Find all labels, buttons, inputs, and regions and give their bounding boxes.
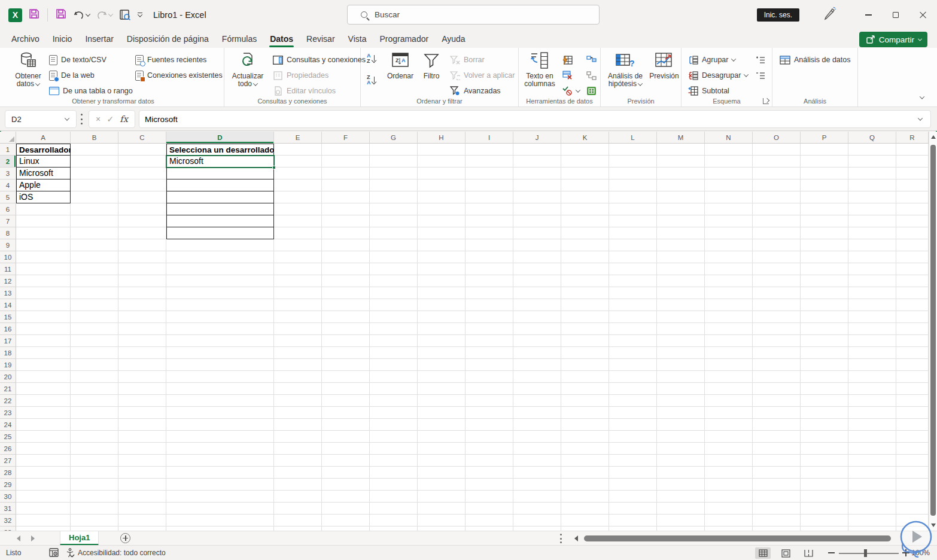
cell-I28[interactable] — [466, 467, 513, 479]
cell-J27[interactable] — [513, 455, 561, 467]
cell-J17[interactable] — [513, 335, 561, 347]
sheet-tab-hoja1[interactable]: Hoja1 — [60, 531, 99, 546]
cell-P6[interactable] — [801, 203, 848, 215]
cell-D31[interactable] — [166, 503, 274, 515]
cell-A19[interactable] — [16, 359, 71, 371]
cell-N27[interactable] — [705, 455, 753, 467]
cell-R16[interactable] — [896, 323, 929, 335]
cell-H3[interactable] — [418, 168, 466, 179]
cell-C2[interactable] — [118, 156, 166, 168]
cell-M21[interactable] — [657, 383, 705, 395]
cell-O9[interactable] — [753, 239, 801, 251]
cell-C31[interactable] — [118, 503, 166, 515]
cell-A6[interactable] — [16, 203, 71, 215]
cell-P24[interactable] — [801, 419, 848, 431]
cell-G30[interactable] — [370, 491, 418, 503]
cell-F31[interactable] — [322, 503, 370, 515]
cell-E31[interactable] — [274, 503, 322, 515]
cell-I26[interactable] — [466, 443, 513, 455]
cell-G13[interactable] — [370, 287, 418, 299]
cell-E29[interactable] — [274, 479, 322, 491]
cell-N18[interactable] — [705, 347, 753, 359]
cell-P19[interactable] — [801, 359, 848, 371]
cell-K5[interactable] — [561, 191, 609, 203]
cell-F30[interactable] — [322, 491, 370, 503]
row-header-31[interactable]: 31 — [0, 503, 16, 515]
cell-K9[interactable] — [561, 239, 609, 251]
cell-F28[interactable] — [322, 467, 370, 479]
row-header-12[interactable]: 12 — [0, 275, 16, 287]
name-box-resizer[interactable] — [81, 114, 83, 124]
cell-R21[interactable] — [896, 383, 929, 395]
cell-A10[interactable] — [16, 251, 71, 263]
cell-E5[interactable] — [274, 191, 322, 203]
excel-logo-icon[interactable]: X — [8, 8, 22, 22]
cell-F2[interactable] — [322, 156, 370, 168]
cell-A22[interactable] — [16, 395, 71, 407]
cell-J3[interactable] — [513, 168, 561, 179]
cell-F29[interactable] — [322, 479, 370, 491]
cell-D2[interactable]: Microsoft — [166, 156, 274, 168]
cell-L33[interactable] — [609, 526, 657, 531]
cell-J16[interactable] — [513, 323, 561, 335]
cell-F14[interactable] — [322, 299, 370, 311]
column-header-N[interactable]: N — [705, 132, 753, 144]
cell-H4[interactable] — [418, 179, 466, 191]
row-header-30[interactable]: 30 — [0, 491, 16, 503]
cell-R31[interactable] — [896, 503, 929, 515]
row-header-21[interactable]: 21 — [0, 383, 16, 395]
column-header-R[interactable]: R — [896, 132, 929, 144]
cell-C25[interactable] — [118, 431, 166, 443]
cell-N6[interactable] — [705, 203, 753, 215]
cell-E22[interactable] — [274, 395, 322, 407]
cell-Q4[interactable] — [848, 179, 896, 191]
cell-C24[interactable] — [118, 419, 166, 431]
cell-N33[interactable] — [705, 526, 753, 531]
cell-I2[interactable] — [466, 156, 513, 168]
cell-N11[interactable] — [705, 263, 753, 275]
cell-A3[interactable]: Microsoft — [16, 168, 71, 179]
cell-M7[interactable] — [657, 215, 705, 227]
subtotal-button[interactable]: Subtotal — [687, 84, 729, 98]
cell-C30[interactable] — [118, 491, 166, 503]
cell-D7[interactable] — [166, 215, 274, 227]
cell-I27[interactable] — [466, 455, 513, 467]
show-detail-button[interactable] — [756, 53, 765, 67]
cell-D24[interactable] — [166, 419, 274, 431]
column-header-Q[interactable]: Q — [848, 132, 896, 144]
cell-A1[interactable]: Desarrollador — [16, 144, 71, 156]
cell-R9[interactable] — [896, 239, 929, 251]
cell-F1[interactable] — [322, 144, 370, 156]
cell-B8[interactable] — [71, 227, 118, 239]
cell-O26[interactable] — [753, 443, 801, 455]
row-header-20[interactable]: 20 — [0, 371, 16, 383]
cell-M10[interactable] — [657, 251, 705, 263]
formula-input[interactable]: Microsoft — [139, 110, 931, 128]
cell-N9[interactable] — [705, 239, 753, 251]
from-table-range-button[interactable]: De una tabla o rango — [49, 84, 133, 98]
cell-P5[interactable] — [801, 191, 848, 203]
row-header-28[interactable]: 28 — [0, 467, 16, 479]
cell-Q19[interactable] — [848, 359, 896, 371]
cell-L30[interactable] — [609, 491, 657, 503]
cell-R4[interactable] — [896, 179, 929, 191]
cell-E4[interactable] — [274, 179, 322, 191]
cell-P26[interactable] — [801, 443, 848, 455]
row-header-23[interactable]: 23 — [0, 407, 16, 419]
save-button[interactable] — [28, 8, 40, 22]
previous-sheet-arrow[interactable] — [17, 535, 20, 541]
cell-G16[interactable] — [370, 323, 418, 335]
cell-H33[interactable] — [418, 526, 466, 531]
cell-I32[interactable] — [466, 515, 513, 526]
cell-H29[interactable] — [418, 479, 466, 491]
cell-N19[interactable] — [705, 359, 753, 371]
cell-D16[interactable] — [166, 323, 274, 335]
cell-D20[interactable] — [166, 371, 274, 383]
cell-E33[interactable] — [274, 526, 322, 531]
cell-Q2[interactable] — [848, 156, 896, 168]
cell-P18[interactable] — [801, 347, 848, 359]
cell-H27[interactable] — [418, 455, 466, 467]
cell-H14[interactable] — [418, 299, 466, 311]
cell-N32[interactable] — [705, 515, 753, 526]
cell-Q32[interactable] — [848, 515, 896, 526]
